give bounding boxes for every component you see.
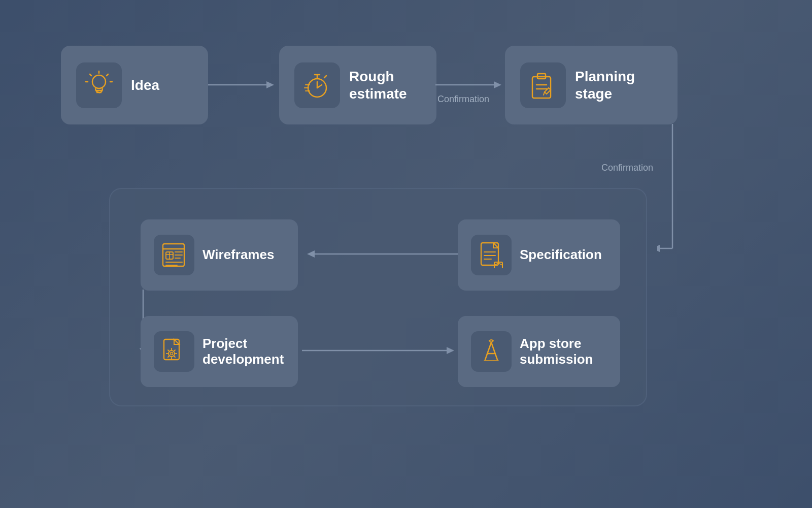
- idea-label: Idea: [131, 77, 159, 94]
- document-icon-container: [471, 235, 512, 275]
- svg-marker-28: [657, 245, 660, 252]
- stopwatch-icon: [302, 71, 332, 100]
- svg-line-55: [168, 350, 168, 351]
- svg-point-49: [168, 351, 175, 357]
- svg-line-25: [544, 92, 545, 95]
- app-store-icon-container: [471, 331, 512, 372]
- project-development-label: Project development: [202, 336, 284, 367]
- clipboard-edit-icon: [528, 71, 558, 100]
- svg-marker-9: [266, 81, 274, 88]
- svg-line-56: [175, 357, 175, 357]
- svg-line-58: [168, 357, 168, 357]
- svg-marker-40: [307, 250, 315, 258]
- planning-group-container: Wireframes Specification: [109, 188, 647, 406]
- rough-estimate-stage: Rough estimate: [279, 46, 436, 124]
- arrow-idea-to-rough: [208, 77, 279, 92]
- stopwatch-icon-container: [294, 62, 340, 108]
- specification-stage: Specification: [458, 219, 620, 291]
- confirmation-label-2: Confirmation: [601, 163, 653, 173]
- document-icon: [478, 242, 504, 268]
- wireframes-stage: Wireframes: [141, 219, 298, 291]
- wireframe-icon: [161, 242, 187, 268]
- specification-label: Specification: [520, 247, 602, 263]
- idea-stage: Idea: [61, 46, 208, 124]
- svg-line-6: [90, 74, 91, 76]
- gear-document-icon-container: [154, 331, 194, 372]
- svg-marker-20: [494, 81, 501, 88]
- project-development-stage: Project development: [141, 316, 298, 387]
- planning-stage-label: Planning stage: [575, 68, 635, 102]
- svg-line-4: [107, 74, 108, 76]
- svg-line-57: [175, 350, 175, 351]
- lightbulb-icon: [84, 71, 114, 100]
- svg-point-50: [171, 353, 173, 355]
- app-store-submission-label: App store submission: [520, 336, 593, 367]
- app-store-icon: [478, 338, 504, 365]
- clipboard-edit-icon-container: [520, 62, 566, 108]
- arrow-planning-to-specification: [657, 124, 688, 259]
- rough-estimate-label: Rough estimate: [349, 68, 407, 102]
- arrow-spec-to-wireframes: [302, 246, 459, 262]
- svg-rect-21: [532, 77, 551, 98]
- svg-point-0: [92, 75, 106, 88]
- arrow-projectdev-to-appstore: [302, 343, 459, 358]
- svg-line-15: [324, 76, 326, 78]
- lightbulb-icon-container: [76, 62, 122, 108]
- gear-document-icon: [161, 338, 187, 365]
- arrow-rough-to-planning: [435, 77, 506, 92]
- confirmation-label-1: Confirmation: [437, 94, 489, 105]
- svg-marker-60: [447, 347, 454, 354]
- svg-line-12: [317, 85, 322, 88]
- wireframes-label: Wireframes: [202, 247, 274, 263]
- planning-stage: Planning stage: [505, 46, 678, 124]
- wireframe-icon-container: [154, 235, 194, 275]
- app-store-submission-stage: App store submission: [458, 316, 620, 387]
